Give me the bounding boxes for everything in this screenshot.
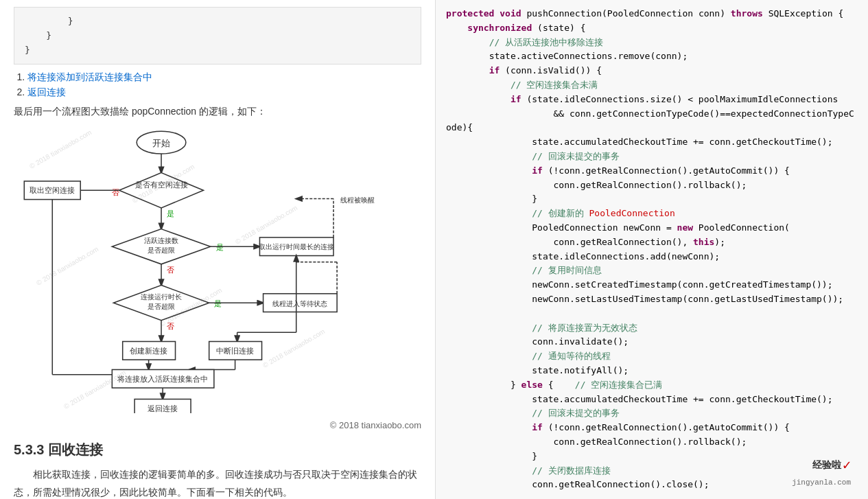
svg-text:取出空闲连接: 取出空闲连接	[30, 187, 75, 195]
svg-text:是: 是	[216, 244, 224, 252]
svg-text:否: 否	[167, 322, 174, 330]
code-block: protected void pushConnection(PooledConn…	[446, 7, 858, 492]
paragraph: 相比获取连接，回收连接的逻辑要简单的多。回收连接成功与否只取决于空闲连接集合的状…	[14, 466, 421, 499]
svg-text:线程被唤醒: 线程被唤醒	[340, 196, 375, 204]
logo-text: 经验啦	[812, 458, 841, 473]
svg-text:活跃连接数: 活跃连接数	[144, 237, 178, 244]
svg-text:是: 是	[167, 210, 174, 218]
code-wrapper: protected void pushConnection(PooledConn…	[446, 7, 858, 492]
svg-text:开始: 开始	[152, 138, 170, 148]
list-item-1: 将连接添加到活跃连接集合中	[27, 71, 421, 84]
svg-text:是否有空闲连接: 是否有空闲连接	[135, 181, 188, 189]
list-item-2: 返回连接	[27, 86, 421, 99]
logo-sub: jingyanla.com	[792, 477, 851, 489]
svg-text:中断旧连接: 中断旧连接	[216, 347, 254, 355]
bottom-logo: 经验啦 ✓ jingyanla.com	[792, 455, 851, 489]
left-panel: } } } 将连接添加到活跃连接集合中 返回连接 最后用一个流程图大致描绘 po…	[0, 0, 436, 499]
description-text: 最后用一个流程图大致描绘 popConnection 的逻辑，如下：	[14, 106, 421, 118]
svg-text:连接运行时长: 连接运行时长	[141, 293, 182, 301]
svg-text:是: 是	[214, 300, 222, 308]
copyright-text: © 2018 tianxiaobo.com	[14, 420, 421, 430]
flowchart: © 2018 tianxiaobo.com © 2018 tianxiaobo.…	[19, 125, 417, 413]
section-heading: 5.3.3 回收连接	[14, 441, 421, 459]
svg-text:取出运行时间最长的连接: 取出运行时间最长的连接	[259, 244, 334, 251]
svg-text:线程进入等待状态: 线程进入等待状态	[272, 301, 327, 308]
svg-text:是否超限: 是否超限	[148, 247, 175, 255]
numbered-list: 将连接添加到活跃连接集合中 返回连接	[27, 71, 421, 99]
svg-marker-3	[119, 173, 204, 208]
svg-text:否: 否	[112, 189, 119, 197]
code-block-top: } } }	[14, 7, 421, 65]
svg-text:返回连接: 返回连接	[148, 404, 178, 413]
right-panel: protected void pushConnection(PooledConn…	[436, 0, 868, 499]
svg-text:是否超限: 是否超限	[148, 303, 175, 311]
svg-text:创建新连接: 创建新连接	[130, 347, 167, 355]
logo-check: ✓	[843, 455, 851, 477]
flowchart-svg: 开始 是否有空闲连接 否 取出空闲连接 是 活跃连接数 是否超限 是	[19, 125, 417, 413]
svg-text:将连接放入活跃连接集合中: 将连接放入活跃连接集合中	[117, 375, 208, 383]
svg-text:否: 否	[167, 266, 174, 275]
